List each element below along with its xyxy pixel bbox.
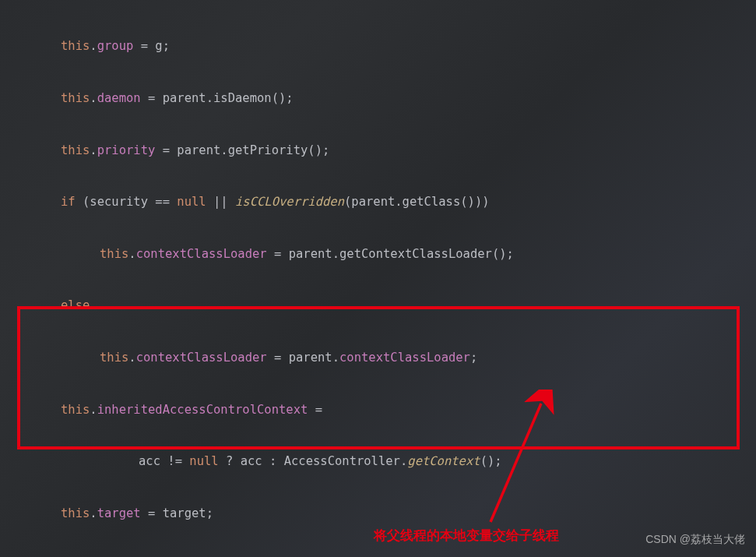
code-line: this.inheritedAccessControlContext = <box>0 397 756 423</box>
code-editor: this.group = g; this.daemon = parent.isD… <box>0 0 756 557</box>
code-line: setPriority(priority); <box>0 553 756 557</box>
code-line: acc != null ? acc : AccessController.get… <box>0 449 756 474</box>
annotation-text: 将父线程的本地变量交给子线程 <box>374 522 559 551</box>
watermark: CSDN @荔枝当大佬 <box>645 527 745 551</box>
code-line: if (security == null || isCCLOverridden(… <box>0 189 756 215</box>
code-line: else <box>0 293 756 319</box>
code-line: this.priority = parent.getPriority(); <box>0 138 756 164</box>
code-line: this.contextClassLoader = parent.context… <box>0 345 756 371</box>
code-line: this.contextClassLoader = parent.getCont… <box>0 241 756 267</box>
code-line: this.group = g; <box>0 33 756 59</box>
code-line: this.daemon = parent.isDaemon(); <box>0 86 756 111</box>
